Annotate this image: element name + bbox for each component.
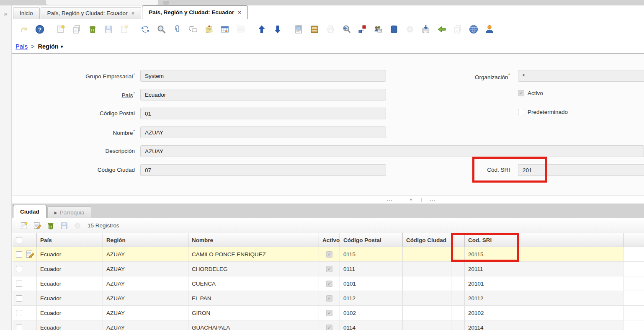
grid-header-cell[interactable]: Código Ciudad: [403, 233, 451, 247]
table-row[interactable]: EcuadorAZUAYCUENCA010120101: [13, 276, 644, 291]
field-label-grupo-empresarial[interactable]: Grupo Empresarial*: [37, 72, 135, 80]
detail-tab-ciudad[interactable]: Ciudad: [13, 205, 46, 218]
checkbox-row-predeterminado: Predeterminado: [518, 109, 568, 115]
cell: AZUAY: [103, 276, 188, 291]
close-tab-icon[interactable]: ×: [131, 10, 135, 16]
predeterminado-checkbox[interactable]: [518, 109, 524, 115]
row-select-checkbox[interactable]: [16, 281, 22, 287]
grid-header-cell[interactable]: Región: [103, 233, 188, 247]
cell: [451, 247, 465, 261]
table-row[interactable]: EcuadorAZUAYGUACHAPALA011420114: [13, 320, 644, 330]
cell: AZUAY: [103, 262, 188, 276]
splitter-collapse-icon[interactable]: ▼: [401, 198, 421, 202]
window-tab[interactable]: País, Región y Ciudad: Ecuador×: [41, 7, 142, 19]
cell: [451, 276, 465, 291]
row-select-checkbox[interactable]: [16, 325, 22, 330]
field-label-pais[interactable]: País*: [37, 91, 135, 98]
zoom-across-icon[interactable]: [341, 24, 352, 35]
window-tab[interactable]: Inicio: [13, 7, 40, 19]
cell: [403, 247, 451, 261]
find-icon[interactable]: [156, 24, 167, 35]
row-select-checkbox[interactable]: [16, 295, 22, 302]
grid-header-cell[interactable]: Nombre: [188, 233, 319, 247]
copy-record-icon[interactable]: [71, 24, 82, 35]
cell: AZUAY: [103, 291, 188, 305]
row-select-checkbox[interactable]: [16, 251, 22, 258]
delete-row-icon[interactable]: [46, 221, 55, 230]
breadcrumb-current-tab[interactable]: Región: [38, 43, 58, 50]
row-select-checkbox[interactable]: [16, 310, 22, 316]
expand-west-panel-icon[interactable]: »: [0, 10, 11, 17]
field-grupo-empresarial[interactable]: System: [140, 70, 386, 82]
note-icon[interactable]: [204, 24, 214, 35]
required-asterisk: *: [133, 72, 135, 77]
user-icon[interactable]: [484, 24, 495, 35]
grid-toggle-icon[interactable]: [219, 24, 230, 35]
new-row-icon[interactable]: [19, 221, 28, 230]
field-cod-sri[interactable]: 201: [518, 164, 644, 176]
cell: [403, 262, 451, 276]
cell: [403, 306, 451, 320]
field-codigo-postal[interactable]: 01: [140, 108, 386, 119]
cell: Ecuador: [37, 247, 103, 261]
field-label-organizacion[interactable]: Organización*: [424, 72, 510, 80]
grid-header-cell[interactable]: Código Postal: [340, 233, 403, 247]
window-tab-active[interactable]: País, Región y Ciudad: Ecuador×: [142, 5, 248, 19]
delete-record-icon[interactable]: [87, 24, 98, 35]
parent-record-icon[interactable]: [256, 24, 267, 35]
field-nombre[interactable]: AZUAY: [140, 126, 386, 138]
splitter-dots-left[interactable]: •••: [379, 198, 401, 202]
table-row[interactable]: EcuadorAZUAYGIRON010220102: [13, 306, 644, 320]
activo-checkbox: [326, 295, 332, 302]
chat-icon[interactable]: [188, 24, 198, 35]
product-info-icon[interactable]: [389, 24, 399, 35]
print-icon: [325, 24, 336, 35]
edit-row-icon[interactable]: [25, 249, 35, 259]
select-all-checkbox[interactable]: [16, 237, 22, 243]
attachment-icon[interactable]: [172, 24, 183, 35]
edit-row-icon[interactable]: [33, 221, 42, 230]
field-pais[interactable]: Ecuador: [140, 89, 386, 101]
field-label-descripcion: Descripción: [37, 148, 135, 154]
cell: Ecuador: [37, 291, 103, 305]
new-record-icon[interactable]: [55, 24, 66, 35]
help-icon[interactable]: ?: [34, 24, 45, 35]
previous-icon[interactable]: [436, 24, 447, 35]
grid-header-cell[interactable]: [623, 233, 644, 247]
detail-tab-parroquia[interactable]: ▶Parroquia: [47, 206, 91, 218]
cell: 20102: [465, 306, 623, 320]
activo-checkbox[interactable]: [518, 90, 524, 96]
report-icon[interactable]: [293, 24, 304, 35]
close-tab-icon[interactable]: ×: [238, 10, 241, 15]
table-row[interactable]: EcuadorAZUAYCAMILO PONCE ENRIQUEZ0115201…: [13, 247, 644, 262]
grid-header-cell[interactable]: Activo: [319, 233, 340, 247]
refresh-icon[interactable]: [140, 24, 151, 35]
field-label-codigo-postal: Código Postal: [37, 110, 135, 116]
breadcrumb-parent-link[interactable]: País: [15, 43, 28, 50]
cell: CUENCA: [188, 276, 319, 291]
web-icon[interactable]: [468, 24, 479, 35]
undo-icon[interactable]: [18, 24, 29, 35]
field-label-codigo-ciudad-text: Código Ciudad: [98, 167, 135, 173]
grid-header-cell[interactable]: País: [37, 233, 103, 247]
cell: 0115: [340, 247, 403, 261]
grid-header-cell[interactable]: Cod. SRI: [465, 233, 623, 247]
splitter-dots-right[interactable]: •••: [421, 198, 443, 202]
field-descripcion[interactable]: AZUAY: [140, 145, 644, 157]
window-tab-label: País, Región y Ciudad: Ecuador: [47, 10, 128, 16]
row-select-checkbox[interactable]: [16, 266, 22, 272]
export-icon[interactable]: [420, 24, 431, 35]
table-row[interactable]: EcuadorAZUAYEL PAN011220112: [13, 291, 644, 306]
workflow-icon[interactable]: [357, 24, 368, 35]
copy-cells-icon: [452, 24, 463, 35]
browser-edge-button: [163, 1, 169, 5]
archive-icon[interactable]: [309, 24, 320, 35]
field-codigo-ciudad[interactable]: 07: [140, 164, 386, 176]
chevron-down-icon[interactable]: ▼: [60, 44, 64, 49]
grid-header-cell[interactable]: [451, 233, 465, 247]
child-record-icon[interactable]: [272, 24, 283, 35]
field-organizacion[interactable]: *: [518, 70, 644, 82]
requests-icon[interactable]: [373, 24, 384, 35]
table-row[interactable]: EcuadorAZUAYCHORDELEG011120111: [13, 262, 644, 276]
record-count: 15 Registros: [88, 222, 119, 229]
